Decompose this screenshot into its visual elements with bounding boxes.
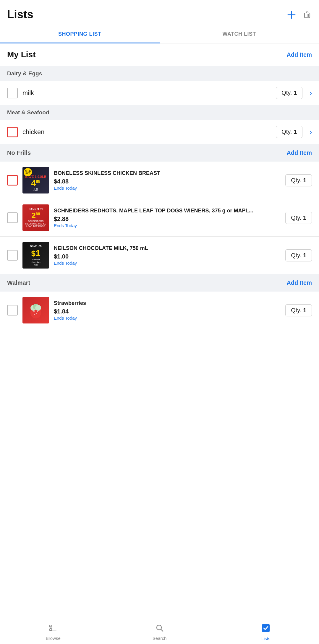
tabs: SHOPPING LIST WATCH LIST <box>0 26 319 43</box>
product-item-chicken-breast: CLUB SIZE SAVE 1.91/LB 488 /LB BONELESS … <box>0 162 319 199</box>
strawberries-details: Strawberries $1.84 Ends Today <box>54 300 281 320</box>
delete-list-button[interactable] <box>302 10 312 19</box>
neilson-qty-button[interactable]: Qty. 1 <box>285 249 312 261</box>
chicken-qty-button[interactable]: Qty. 1 <box>276 126 302 138</box>
neilson-brand: Neilsonchocolatemilk <box>31 258 41 266</box>
neilson-price-display: $1 <box>31 248 40 258</box>
neilson-details: NEILSON CHOCOLATE MILK, 750 mL $1.00 End… <box>54 245 281 265</box>
header-actions <box>286 10 312 20</box>
list-item-milk: milk Qty. 1 › <box>0 81 319 105</box>
nofrills-add-item-button[interactable]: Add Item <box>286 149 312 156</box>
chicken-breast-ends: Ends Today <box>54 186 281 191</box>
strawberries-name: Strawberries <box>54 300 281 307</box>
schneiders-ends: Ends Today <box>54 223 281 228</box>
milk-checkbox[interactable] <box>7 88 18 98</box>
store-walmart-header: Walmart Add Item <box>0 274 319 292</box>
chicken-chevron-icon[interactable]: › <box>310 128 312 136</box>
neilson-image: SAVE .25 $1 Neilsonchocolatemilk <box>22 242 49 269</box>
chicken-checkbox[interactable] <box>7 127 18 137</box>
chicken-breast-details: BONELESS SKINLESS CHICKEN BREAST $4.88 E… <box>54 170 281 190</box>
trash-icon <box>302 10 312 19</box>
strawberries-price: $1.84 <box>54 308 281 315</box>
store-nofrills-header: No Frills Add Item <box>0 144 319 162</box>
chicken-breast-checkbox[interactable] <box>7 175 18 186</box>
schneiders-name: SCHNEIDERS REDHOTS, MAPLE LEAF TOP DOGS … <box>54 207 281 214</box>
plus-icon <box>286 10 297 20</box>
schneiders-qty-button[interactable]: Qty. 1 <box>285 212 312 224</box>
milk-qty-button[interactable]: Qty. 1 <box>276 87 302 99</box>
schneiders-checkbox[interactable] <box>7 212 18 223</box>
schneiders-price-display: 288 <box>32 211 40 220</box>
svg-point-17 <box>34 314 35 315</box>
product-item-schneiders: SAVE 3.61 288 SCHNEIDERS REDHOTS, MAPLE … <box>0 199 319 237</box>
category-meat-label: Meat & Seafood <box>7 109 49 116</box>
chicken-breast-qty-button[interactable]: Qty. 1 <box>285 174 312 186</box>
schneiders-details: SCHNEIDERS REDHOTS, MAPLE LEAF TOP DOGS … <box>54 207 281 228</box>
strawberries-qty-button[interactable]: Qty. 1 <box>285 304 312 316</box>
my-list-header: My List Add Item <box>0 43 319 66</box>
schneiders-save-badge: SAVE 3.61 <box>29 208 43 211</box>
my-list-title: My List <box>7 50 35 59</box>
neilson-save-label: SAVE .25 <box>30 245 42 248</box>
tab-watch-list[interactable]: WATCH LIST <box>160 26 319 43</box>
add-list-button[interactable] <box>286 10 297 20</box>
neilson-ends: Ends Today <box>54 261 281 266</box>
page-title: Lists <box>7 8 33 21</box>
club-size-badge: CLUB SIZE <box>24 168 32 176</box>
neilson-price: $1.00 <box>54 253 281 260</box>
category-dairy-eggs: Dairy & Eggs <box>0 66 319 81</box>
schneiders-desc: SCHNEIDERS REDHOTS, MAPLE LEAF TOP DOGS <box>24 220 48 228</box>
svg-point-16 <box>37 311 38 312</box>
walmart-add-item-button[interactable]: Add Item <box>286 279 312 286</box>
product-item-neilson: SAVE .25 $1 Neilsonchocolatemilk NEILSON… <box>0 237 319 274</box>
category-meat-seafood: Meat & Seafood <box>0 105 319 120</box>
neilson-name: NEILSON CHOCOLATE MILK, 750 mL <box>54 245 281 252</box>
list-item-chicken: chicken Qty. 1 › <box>0 120 319 144</box>
header: Lists <box>0 0 319 26</box>
chicken-name: chicken <box>22 128 271 136</box>
product-item-strawberries: Strawberries $1.84 Ends Today Qty. 1 <box>0 292 319 329</box>
svg-point-14 <box>33 311 35 312</box>
chicken-breast-image: CLUB SIZE SAVE 1.91/LB 488 /LB <box>22 167 49 193</box>
strawberries-checkbox[interactable] <box>7 305 18 316</box>
neilson-checkbox[interactable] <box>7 250 18 261</box>
category-dairy-label: Dairy & Eggs <box>7 70 42 77</box>
strawberry-svg <box>27 301 45 319</box>
svg-point-15 <box>36 313 37 314</box>
svg-point-13 <box>35 305 41 311</box>
milk-chevron-icon[interactable]: › <box>310 89 312 97</box>
strawberries-ends: Ends Today <box>54 316 281 321</box>
store-nofrills-name: No Frills <box>7 149 31 156</box>
schneiders-image: SAVE 3.61 288 SCHNEIDERS REDHOTS, MAPLE … <box>22 204 49 231</box>
per-lb-label: /LB <box>33 188 38 191</box>
tab-shopping-list[interactable]: SHOPPING LIST <box>0 26 160 43</box>
strawberries-image <box>22 297 49 323</box>
schneiders-price: $2.88 <box>54 216 281 222</box>
chicken-breast-name: BONELESS SKINLESS CHICKEN BREAST <box>54 170 281 177</box>
chicken-price-display: 488 <box>31 178 40 188</box>
add-item-button[interactable]: Add Item <box>286 51 312 58</box>
store-walmart-name: Walmart <box>7 279 30 286</box>
chicken-breast-price: $4.88 <box>54 178 281 185</box>
milk-name: milk <box>22 89 271 97</box>
